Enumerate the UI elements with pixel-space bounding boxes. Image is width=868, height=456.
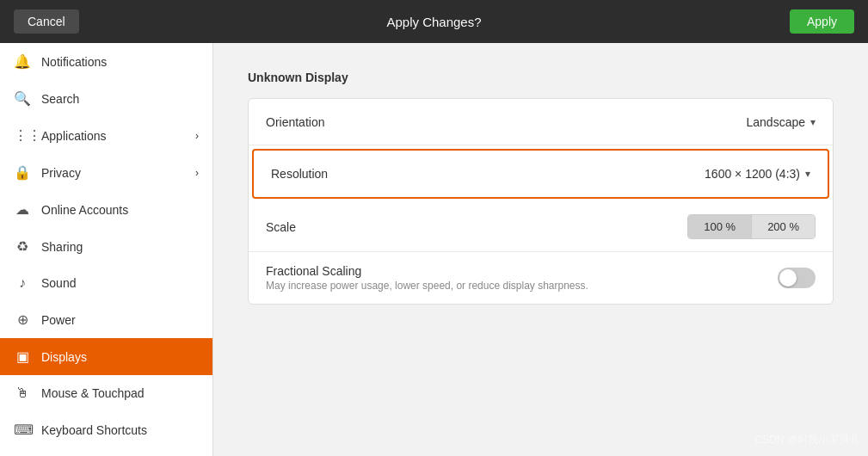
scale-button-group: 100 % 200 % [687, 214, 816, 239]
fractional-scaling-text: Fractional Scaling May increase power us… [266, 264, 778, 292]
cloud-icon: ☁ [14, 201, 31, 218]
cancel-button[interactable]: Cancel [14, 9, 79, 34]
sidebar-item-keyboard-shortcuts[interactable]: ⌨ Keyboard Shortcuts [0, 411, 212, 448]
keyboard-icon: ⌨ [14, 422, 31, 438]
sidebar-item-privacy[interactable]: 🔒 Privacy › [0, 154, 212, 191]
sidebar-item-label: Mouse & Touchpad [41, 386, 145, 400]
sidebar-item-label: Sharing [41, 240, 83, 254]
resolution-row: Resolution 1600 × 1200 (4:3) ▾ [252, 149, 829, 199]
sidebar-item-label: Search [41, 92, 79, 106]
resolution-label: Resolution [271, 167, 705, 181]
share-icon: ♻ [14, 238, 31, 255]
orientation-row: Orientation Landscape ▾ [249, 99, 833, 145]
fractional-scaling-sublabel: May increase power usage, lower speed, o… [266, 280, 778, 292]
sidebar-item-label: Applications [41, 129, 107, 143]
sidebar-item-label: Sound [41, 276, 76, 290]
mouse-icon: 🖱 [14, 385, 31, 401]
resolution-text: 1600 × 1200 (4:3) [705, 167, 800, 181]
search-icon: 🔍 [14, 90, 31, 107]
sidebar-item-search[interactable]: 🔍 Search [0, 80, 212, 117]
orientation-text: Landscape [746, 115, 805, 129]
chevron-down-icon: ▾ [805, 168, 810, 180]
chevron-right-icon: › [195, 130, 199, 142]
sidebar-item-label: Online Accounts [41, 203, 128, 217]
scale-label: Scale [266, 220, 687, 234]
sidebar-item-online-accounts[interactable]: ☁ Online Accounts [0, 191, 212, 228]
sidebar-item-mouse-touchpad[interactable]: 🖱 Mouse & Touchpad [0, 375, 212, 411]
orientation-label: Orientation [266, 115, 746, 129]
sidebar-item-displays[interactable]: ▣ Displays [0, 338, 212, 375]
resolution-value[interactable]: 1600 × 1200 (4:3) ▾ [705, 167, 810, 181]
settings-card: Orientation Landscape ▾ Resolution 1600 … [248, 98, 834, 305]
sound-icon: ♪ [14, 275, 31, 291]
chevron-down-icon: ▾ [810, 116, 816, 128]
sidebar-item-applications[interactable]: ⋮⋮ Applications › [0, 117, 212, 154]
sidebar-item-power[interactable]: ⊕ Power [0, 301, 212, 338]
sidebar-item-label: Privacy [41, 166, 81, 180]
scale-100-button[interactable]: 100 % [688, 215, 751, 238]
dialog-title: Apply Changes? [386, 15, 481, 29]
sidebar-item-label: Power [41, 313, 76, 327]
content-area: Unknown Display Orientation Landscape ▾ … [213, 43, 868, 456]
fractional-scaling-label: Fractional Scaling [266, 264, 778, 278]
bell-icon: 🔔 [14, 53, 31, 70]
sidebar-item-label: Displays [41, 350, 87, 364]
sidebar-item-sharing[interactable]: ♻ Sharing [0, 228, 212, 265]
apply-button[interactable]: Apply [790, 9, 854, 34]
sidebar: 🔔 Notifications 🔍 Search ⋮⋮ Applications… [0, 43, 213, 456]
header-bar: Cancel Apply Changes? Apply [0, 0, 868, 43]
sidebar-item-label: Keyboard Shortcuts [41, 423, 147, 437]
chevron-right-icon: › [195, 167, 199, 179]
sidebar-item-label: Notifications [41, 55, 107, 69]
grid-icon: ⋮⋮ [14, 127, 31, 144]
lock-icon: 🔒 [14, 164, 31, 181]
section-title: Unknown Display [248, 71, 834, 84]
sidebar-item-notifications[interactable]: 🔔 Notifications [0, 43, 212, 80]
orientation-value[interactable]: Landscape ▾ [746, 115, 816, 129]
fractional-scaling-toggle[interactable] [778, 268, 816, 288]
power-icon: ⊕ [14, 311, 31, 328]
toggle-knob [779, 269, 797, 287]
main-layout: 🔔 Notifications 🔍 Search ⋮⋮ Applications… [0, 43, 868, 456]
scale-controls: 100 % 200 % [687, 214, 816, 239]
fractional-scaling-row: Fractional Scaling May increase power us… [249, 252, 833, 304]
scale-row: Scale 100 % 200 % [249, 202, 833, 252]
resolution-row-inner: Resolution 1600 × 1200 (4:3) ▾ [254, 151, 828, 197]
display-icon: ▣ [14, 348, 31, 365]
sidebar-item-sound[interactable]: ♪ Sound [0, 265, 212, 301]
scale-200-button[interactable]: 200 % [751, 215, 815, 238]
